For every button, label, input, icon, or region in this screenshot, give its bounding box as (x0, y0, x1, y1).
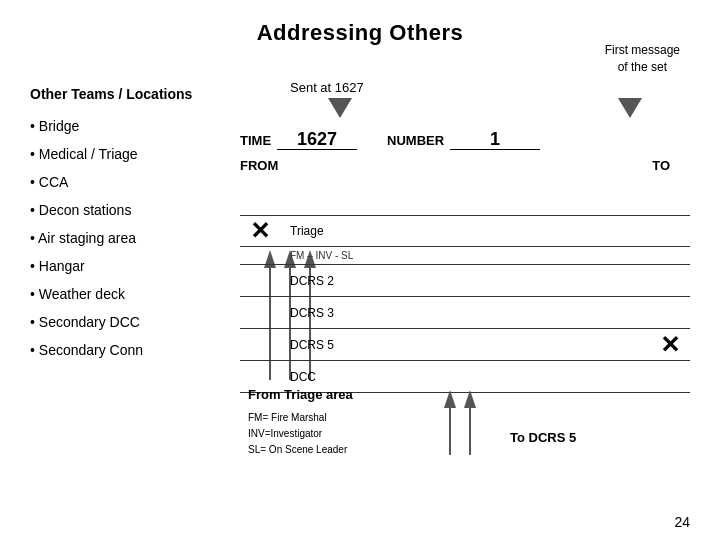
legend-line-2: SL= On Scene Leader (248, 442, 347, 458)
first-message-arrow-icon (618, 98, 642, 118)
first-message-label: First message of the set (605, 42, 680, 76)
legend-text: FM= Fire Marshal INV=Investigator SL= On… (248, 410, 347, 458)
from-to-row: FROM TO (240, 158, 690, 173)
sublabel-row-0: FM – INV - SL (240, 247, 690, 265)
list-item: Hangar (30, 252, 192, 280)
svg-marker-7 (444, 390, 456, 408)
list-item: Bridge (30, 112, 192, 140)
list-item: Secondary Conn (30, 336, 192, 364)
time-row: TIME 1627 NUMBER 1 (240, 130, 690, 150)
row-label-3: DCRS 5 (290, 338, 334, 352)
page-number: 24 (674, 514, 690, 530)
row-label-1: DCRS 2 (290, 274, 334, 288)
sent-arrow-icon (328, 98, 352, 118)
row-label-2: DCRS 3 (290, 306, 334, 320)
section-title: Other Teams / Locations (30, 80, 192, 108)
table-row: DCRS 2 (240, 265, 690, 297)
time-label: TIME (240, 133, 271, 148)
list-item: Air staging area (30, 224, 192, 252)
legend-line-1: INV=Investigator (248, 426, 347, 442)
row-label-4: DCC (290, 370, 316, 384)
list-item: Secondary DCC (30, 308, 192, 336)
list-item: CCA (30, 168, 192, 196)
x-mark-right: ✕ (660, 331, 680, 359)
list-item: Weather deck (30, 280, 192, 308)
page-title: Addressing Others (30, 20, 690, 46)
dcrs5-arrows-svg (430, 380, 590, 460)
list-item: Medical / Triage (30, 140, 192, 168)
svg-marker-9 (464, 390, 476, 408)
slide: Addressing Others First message of the s… (0, 0, 720, 540)
from-triage-label: From Triage area (248, 387, 353, 402)
lines-area: ✕ Triage FM – INV - SL DCRS 2 DCRS 3 DCR… (240, 215, 690, 393)
row-label-0: Triage (290, 224, 324, 238)
list-item: Decon stations (30, 196, 192, 224)
x-mark-left: ✕ (250, 217, 270, 245)
legend-line-0: FM= Fire Marshal (248, 410, 347, 426)
table-row: DCRS 3 (240, 297, 690, 329)
row-sublabel-0: FM – INV - SL (290, 250, 353, 261)
time-value: 1627 (277, 130, 357, 150)
number-area: NUMBER 1 (387, 130, 540, 150)
number-label: NUMBER (387, 133, 444, 148)
from-label: FROM (240, 158, 278, 173)
to-dcrs5-label: To DCRS 5 (510, 430, 576, 445)
items-list: Bridge Medical / Triage CCA Decon statio… (30, 112, 192, 364)
form-area: TIME 1627 NUMBER 1 FROM TO (240, 130, 690, 179)
sent-label: Sent at 1627 (290, 80, 364, 95)
to-label: TO (652, 158, 670, 173)
table-row: DCRS 5 ✕ (240, 329, 690, 361)
table-row: ✕ Triage (240, 215, 690, 247)
left-section: Other Teams / Locations Bridge Medical /… (30, 80, 192, 364)
number-value: 1 (450, 130, 540, 150)
